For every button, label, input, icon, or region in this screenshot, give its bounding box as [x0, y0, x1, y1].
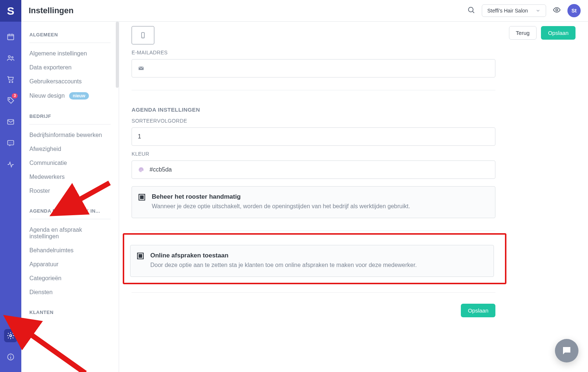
roster-checkbox[interactable] — [139, 194, 145, 201]
nav-messages[interactable] — [0, 111, 21, 133]
sort-input[interactable]: 1 — [132, 127, 495, 146]
info-icon — [7, 353, 15, 361]
sidebar-item-services[interactable]: Diensten — [29, 285, 111, 299]
calendar-icon — [7, 33, 15, 41]
search-button[interactable] — [467, 6, 475, 15]
svg-rect-0 — [8, 35, 14, 40]
sidebar-item-label: Nieuw design — [29, 93, 65, 99]
save-button-footer[interactable]: Opslaan — [461, 304, 495, 317]
location-select-value: Steffi's Hair Salon — [487, 8, 528, 14]
sort-label: SORTEERVOLGORDE — [132, 118, 576, 124]
roster-title: Beheer het rooster handmatig — [152, 193, 410, 201]
sidebar-item-communication[interactable]: Communicatie — [29, 156, 111, 170]
svg-point-11 — [556, 9, 558, 11]
sidebar-item-treatment-rooms[interactable]: Behandelruimtes — [29, 243, 111, 257]
svg-point-1 — [8, 56, 10, 58]
chat-icon — [7, 139, 15, 147]
nav-help[interactable] — [0, 346, 21, 368]
svg-point-2 — [12, 57, 13, 58]
sidebar-item-company-info[interactable]: Bedrijfsinformatie bewerken — [29, 128, 111, 142]
scrollbar[interactable] — [116, 22, 119, 88]
online-appointments-option[interactable]: Online afspraken toestaan Door deze opti… — [130, 245, 494, 277]
settings-sidebar: ALGEMEEN Algemene instellingen Data expo… — [21, 22, 119, 372]
color-input[interactable]: #ccb5da — [132, 160, 495, 179]
sidebar-item-employees[interactable]: Medewerkers — [29, 170, 111, 184]
svg-point-15 — [141, 168, 142, 169]
nav-calendar[interactable] — [0, 26, 21, 47]
svg-point-14 — [140, 168, 141, 169]
new-badge: nieuw — [69, 92, 89, 100]
activity-icon — [7, 160, 15, 169]
support-chat-button[interactable] — [555, 339, 578, 362]
online-checkbox[interactable] — [137, 253, 144, 259]
page-title: Instellingen — [29, 6, 74, 15]
online-desc: Door deze optie aan te zetten sta je kla… — [150, 261, 417, 269]
gear-icon — [7, 332, 15, 340]
mail-icon — [138, 65, 144, 72]
sidebar-group-title: AGENDA EN AFSPRAAK IN... — [29, 208, 111, 214]
phone-input[interactable] — [132, 26, 154, 44]
sort-value: 1 — [138, 133, 141, 140]
main-content: Terug Opslaan E-MAILADRES AGENDA INSTELL… — [119, 22, 588, 372]
top-header: Instellingen Steffi's Hair Salon St — [21, 0, 588, 22]
svg-point-16 — [142, 169, 143, 170]
svg-point-4 — [12, 82, 13, 83]
nav-promotions[interactable]: 3 — [0, 90, 21, 111]
sidebar-item-equipment[interactable]: Apparatuur — [29, 257, 111, 271]
svg-point-5 — [9, 99, 10, 100]
svg-point-8 — [10, 335, 12, 337]
sidebar-item-general-settings[interactable]: Algemene instellingen — [29, 47, 111, 61]
roster-option[interactable]: Beheer het rooster handmatig Wanneer je … — [132, 186, 495, 218]
svg-point-13 — [140, 169, 140, 170]
sidebar-group-title: BEDRIJF — [29, 113, 111, 119]
sidebar-item-categories[interactable]: Categorieën — [29, 271, 111, 285]
eye-icon — [553, 6, 561, 14]
sidebar-item-new-design[interactable]: Nieuw design nieuw — [29, 89, 111, 103]
email-input[interactable] — [132, 59, 495, 77]
nav-badge: 3 — [12, 93, 18, 98]
icon-rail: S 3 — [0, 0, 21, 372]
sidebar-item-user-accounts[interactable]: Gebruikersaccounts — [29, 75, 111, 89]
divider — [132, 292, 495, 293]
roster-desc: Wanneer je deze optie uitschakelt, worde… — [152, 202, 410, 210]
divider — [132, 90, 495, 90]
agenda-section-title: AGENDA INSTELLINGEN — [132, 106, 576, 113]
phone-icon — [140, 32, 146, 39]
nav-sales[interactable] — [0, 69, 21, 90]
color-value: #ccb5da — [150, 166, 172, 173]
sidebar-group-title: ALGEMEEN — [29, 32, 111, 37]
location-select[interactable]: Steffi's Hair Salon — [482, 4, 546, 17]
mail-icon — [7, 118, 15, 126]
people-icon — [7, 54, 15, 62]
palette-icon — [138, 166, 144, 173]
nav-feedback[interactable] — [0, 133, 21, 154]
nav-activity[interactable] — [0, 154, 21, 175]
chevron-down-icon — [535, 8, 541, 13]
email-label: E-MAILADRES — [132, 50, 576, 55]
sidebar-item-roster[interactable]: Rooster — [29, 184, 111, 198]
online-title: Online afspraken toestaan — [150, 252, 417, 259]
highlight-annotation: Online afspraken toestaan Door deze opti… — [123, 233, 506, 284]
save-button[interactable]: Opslaan — [541, 26, 576, 40]
back-button[interactable]: Terug — [509, 26, 537, 40]
avatar[interactable]: St — [567, 4, 581, 17]
app-logo[interactable]: S — [0, 0, 21, 22]
chat-bubble-icon — [561, 345, 572, 356]
search-icon — [467, 6, 475, 14]
nav-settings[interactable] — [0, 325, 21, 346]
sidebar-group-title: KLANTEN — [29, 310, 111, 315]
sidebar-item-data-export[interactable]: Data exporteren — [29, 61, 111, 75]
nav-customers[interactable] — [0, 47, 21, 69]
preview-button[interactable] — [553, 6, 561, 15]
svg-point-3 — [9, 82, 10, 83]
color-label: KLEUR — [132, 151, 576, 157]
sidebar-item-agenda-settings[interactable]: Agenda en afspraak instellingen — [29, 223, 111, 243]
divider — [132, 231, 495, 231]
svg-point-10 — [469, 7, 473, 12]
cart-icon — [7, 75, 15, 83]
sidebar-item-absence[interactable]: Afwezigheid — [29, 142, 111, 156]
